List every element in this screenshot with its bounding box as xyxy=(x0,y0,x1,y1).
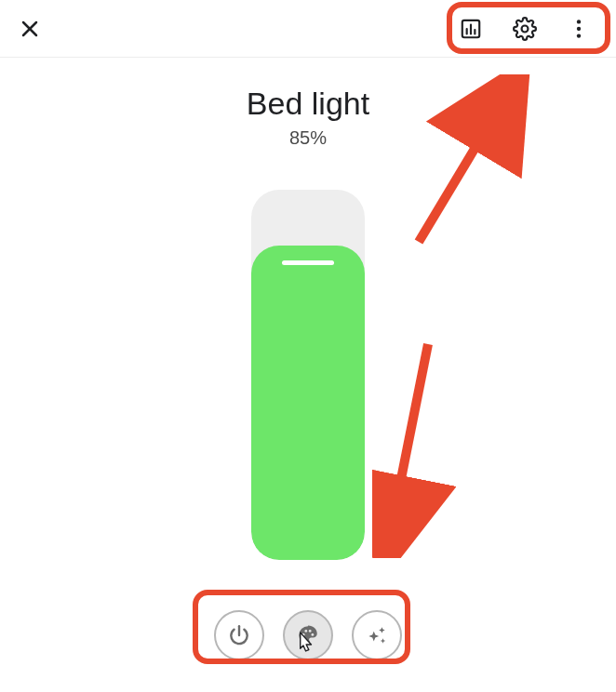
svg-point-7 xyxy=(577,20,581,23)
svg-point-11 xyxy=(304,630,307,632)
svg-point-6 xyxy=(522,25,529,32)
effects-button[interactable] xyxy=(352,610,402,660)
settings-button[interactable] xyxy=(504,8,545,49)
brightness-label: 85% xyxy=(289,127,327,149)
svg-point-12 xyxy=(309,630,312,632)
header-actions xyxy=(450,8,599,49)
header xyxy=(0,0,616,58)
svg-point-13 xyxy=(311,633,314,636)
sparkle-icon xyxy=(365,623,389,647)
content: Bed light 85% xyxy=(0,58,616,560)
brightness-handle xyxy=(282,260,334,265)
footer-controls xyxy=(214,610,402,660)
history-icon xyxy=(459,17,483,41)
more-vertical-icon xyxy=(567,17,591,41)
color-button[interactable] xyxy=(283,610,333,660)
svg-point-8 xyxy=(577,26,581,30)
power-button[interactable] xyxy=(214,610,264,660)
close-icon xyxy=(19,18,41,40)
palette-icon xyxy=(296,623,320,647)
brightness-slider[interactable] xyxy=(251,190,365,560)
svg-point-9 xyxy=(577,33,581,37)
device-name: Bed light xyxy=(247,86,369,122)
brightness-fill xyxy=(251,246,365,560)
power-icon xyxy=(227,623,251,647)
history-button[interactable] xyxy=(450,8,491,49)
more-button[interactable] xyxy=(558,8,599,49)
close-button[interactable] xyxy=(9,8,50,49)
gear-icon xyxy=(513,17,537,41)
svg-point-10 xyxy=(302,633,305,636)
